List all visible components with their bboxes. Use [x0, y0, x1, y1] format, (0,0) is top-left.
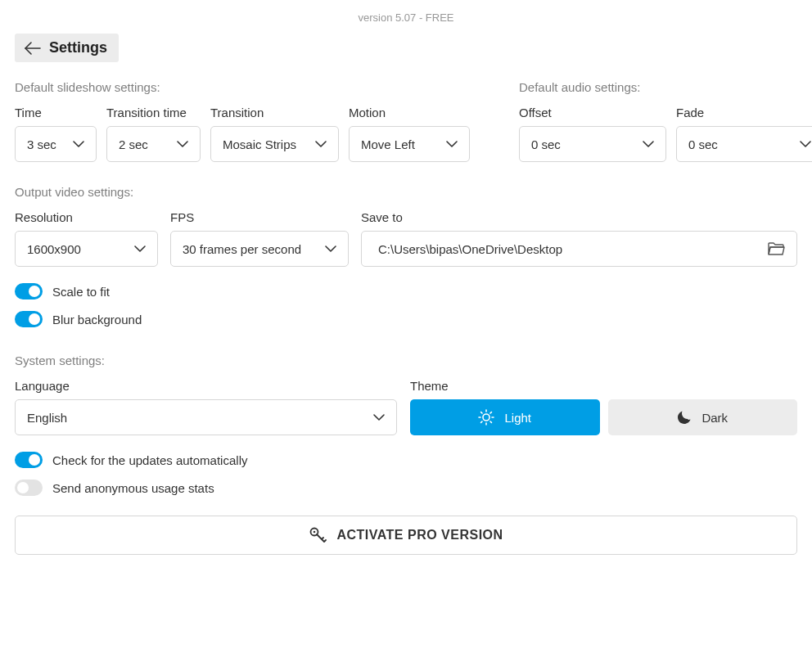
sun-icon	[478, 409, 494, 426]
key-icon	[309, 526, 327, 544]
version-text: version 5.07 - FREE	[0, 0, 812, 34]
chevron-down-icon	[325, 245, 336, 252]
fps-select[interactable]: 30 frames per second	[170, 231, 349, 267]
motion-select[interactable]: Move Left	[349, 126, 470, 162]
language-label: Language	[15, 379, 397, 393]
fps-value: 30 frames per second	[183, 242, 301, 256]
theme-dark-button[interactable]: Dark	[608, 399, 798, 435]
arrow-left-icon	[25, 42, 41, 55]
motion-value: Move Left	[361, 137, 415, 151]
transition-time-select[interactable]: 2 sec	[106, 126, 201, 162]
transition-time-value: 2 sec	[119, 137, 148, 151]
offset-value: 0 sec	[531, 137, 561, 151]
theme-label: Theme	[410, 379, 797, 393]
fade-label: Fade	[676, 106, 812, 119]
save-to-value: C:\Users\bipas\OneDrive\Desktop	[373, 242, 767, 256]
transition-value: Mosaic Strips	[223, 137, 296, 151]
back-button[interactable]: Settings	[15, 34, 119, 62]
blur-background-label: Blur background	[52, 313, 142, 326]
scale-to-fit-label: Scale to fit	[52, 285, 110, 299]
save-to-field[interactable]: C:\Users\bipas\OneDrive\Desktop	[361, 231, 797, 267]
resolution-value: 1600x900	[27, 242, 81, 256]
fps-label: FPS	[170, 210, 349, 224]
check-updates-label: Check for the updates automatically	[52, 453, 247, 467]
save-to-label: Save to	[361, 210, 797, 224]
audio-settings-header: Default audio settings:	[519, 80, 812, 94]
offset-label: Offset	[519, 106, 666, 119]
resolution-select[interactable]: 1600x900	[15, 231, 158, 267]
svg-point-2	[314, 531, 316, 534]
chevron-down-icon	[134, 245, 146, 252]
chevron-down-icon	[800, 141, 811, 147]
chevron-down-icon	[177, 141, 188, 147]
fade-value: 0 sec	[688, 137, 718, 151]
blur-background-toggle[interactable]	[15, 311, 43, 327]
svg-point-0	[483, 414, 489, 421]
language-select[interactable]: English	[15, 399, 397, 435]
page-title: Settings	[49, 39, 107, 56]
system-settings-header: System settings:	[15, 354, 797, 367]
activate-label: ACTIVATE PRO VERSION	[336, 528, 503, 543]
transition-time-label: Transition time	[106, 106, 201, 119]
chevron-down-icon	[373, 414, 385, 421]
theme-light-button[interactable]: Light	[410, 399, 600, 435]
activate-pro-button[interactable]: ACTIVATE PRO VERSION	[15, 516, 797, 555]
chevron-down-icon	[315, 141, 327, 147]
chevron-down-icon	[446, 141, 458, 147]
language-value: English	[27, 411, 67, 425]
slideshow-settings-header: Default slideshow settings:	[15, 80, 470, 94]
time-value: 3 sec	[27, 137, 56, 151]
check-updates-toggle[interactable]	[15, 452, 43, 468]
theme-light-label: Light	[504, 411, 531, 425]
chevron-down-icon	[73, 141, 84, 147]
fade-select[interactable]: 0 sec	[676, 126, 812, 162]
scale-to-fit-toggle[interactable]	[15, 283, 43, 299]
chevron-down-icon	[643, 141, 654, 147]
folder-icon	[767, 241, 785, 256]
anon-stats-toggle[interactable]	[15, 480, 43, 496]
anon-stats-label: Send anonymous usage stats	[52, 481, 214, 495]
resolution-label: Resolution	[15, 210, 158, 224]
transition-select[interactable]: Mosaic Strips	[210, 126, 339, 162]
transition-label: Transition	[210, 106, 339, 119]
theme-dark-label: Dark	[701, 411, 728, 425]
time-select[interactable]: 3 sec	[15, 126, 97, 162]
time-label: Time	[15, 106, 97, 119]
motion-label: Motion	[349, 106, 470, 119]
output-settings-header: Output video settings:	[15, 185, 797, 199]
moon-icon	[677, 410, 692, 425]
offset-select[interactable]: 0 sec	[519, 126, 666, 162]
